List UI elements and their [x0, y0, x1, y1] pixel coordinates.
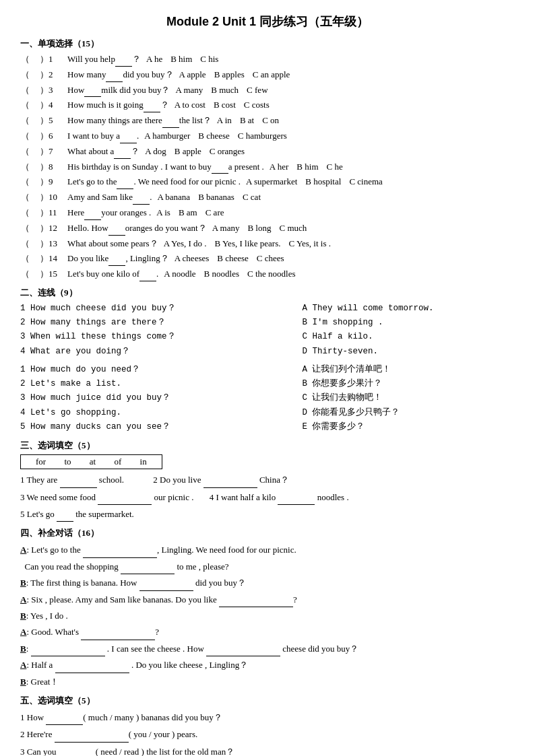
matching-group1: 1 How much cheese did you buy？ A They wi…: [20, 302, 515, 359]
question-6: （ ） 6 I want to buy a. A hamburgerB chee…: [20, 129, 515, 143]
question-11: （ ） 11 Hereyour oranges . A isB amC are: [20, 206, 515, 220]
question-13: （ ） 13 What about some pears？ A Yes, I d…: [20, 237, 515, 251]
section4-title: 四、补全对话（16）: [20, 527, 515, 539]
s5-q3: 3 Can you ( need / read ) the list for t…: [20, 744, 515, 756]
question-2: （ ） 2 How manydid you buy？ A appleB appl…: [20, 68, 515, 82]
section2-title: 二、连线（9）: [20, 287, 515, 299]
question-14: （ ） 14 Do you like, Lingling？ A cheesesB…: [20, 252, 515, 266]
matching-group2: 1 How much do you need？ A 让我们列个清单吧！ 2 Le…: [20, 363, 515, 434]
dialog-a1: A: Let's go to the , Lingling. We need f…: [20, 542, 515, 557]
question-3: （ ） 3 Howmilk did you buy？ A manyB muchC…: [20, 83, 515, 98]
section1-title: 一、单项选择（15）: [20, 38, 515, 50]
dialog-b4: B: Great！: [20, 674, 515, 689]
dialog-b2: B: Yes , I do .: [20, 608, 515, 623]
s5-q2: 2 Here're ( you / your ) pears.: [20, 726, 515, 742]
page-title: Module 2 Unit 1 同步练习（五年级）: [20, 13, 515, 30]
question-10: （ ） 10 Amy and Sam like. A bananaB banan…: [20, 191, 515, 205]
dialog-b1: B: The first thing is banana. How did yo…: [20, 575, 515, 590]
word-box: for to at of in: [20, 454, 515, 469]
dialog-a4: A: Half a . Do you like cheese , Linglin…: [20, 657, 515, 673]
dialog-a3: A: Good. What's ?: [20, 624, 515, 640]
s3-q2: 3 We need some food our picnic . 4 I wan…: [20, 489, 515, 505]
s3-q1: 1 They are school. 2 Do you live China？: [20, 472, 515, 487]
question-15: （ ） 15 Let's buy one kilo of. A noodleB …: [20, 267, 515, 281]
s3-q3: 5 Let's go the supermarket.: [20, 506, 515, 522]
question-1: （ ） 1 Will you help？ A heB himC his: [20, 53, 515, 67]
dialog-a2: A: Six , please. Amy and Sam like banana…: [20, 592, 515, 607]
question-8: （ ） 8 His birthday is on Sunday . I want…: [20, 160, 515, 174]
dialog-a1b: Can you read the shopping to me , please…: [20, 559, 515, 574]
question-5: （ ） 5 How many things are therethe list？…: [20, 114, 515, 128]
section5-title: 五、选词填空（5）: [20, 695, 515, 707]
s5-q1: 1 How ( much / many ) bananas did you bu…: [20, 710, 515, 725]
question-9: （ ） 9 Let's go to the. We need food for …: [20, 175, 515, 189]
question-12: （ ） 12 Hello. Howoranges do you want？ A …: [20, 221, 515, 236]
question-7: （ ） 7 What about a？ A dogB appleC orange…: [20, 145, 515, 159]
dialog-b3: B: . I can see the cheese . How cheese d…: [20, 641, 515, 656]
question-4: （ ） 4 How much is it going？ A to costB c…: [20, 98, 515, 112]
section3-title: 三、选词填空（5）: [20, 440, 515, 452]
